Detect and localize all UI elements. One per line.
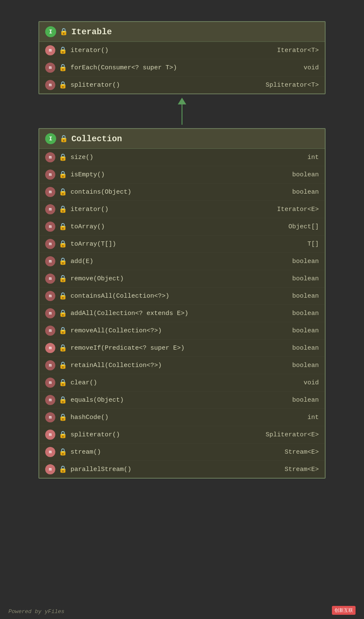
- cmethod-badge-2: m: [45, 187, 55, 197]
- cmethod-return-2: boolean: [292, 189, 319, 196]
- lock-icon-m1: 🔒: [59, 63, 67, 72]
- collection-method-removeIf: m 🔒 removeIf(Predicate<? super E>) boole…: [39, 340, 325, 357]
- cmethod-return-3: Iterator<E>: [277, 206, 319, 213]
- clock-icon-14: 🔒: [59, 396, 67, 404]
- collection-method-toArray: m 🔒 toArray() Object[]: [39, 218, 325, 236]
- cmethod-badge-14: m: [45, 395, 55, 405]
- cmethod-name-4: toArray(): [71, 223, 285, 230]
- collection-method-removeAll: m 🔒 removeAll(Collection<?>) boolean: [39, 322, 325, 340]
- cmethod-return-1: boolean: [292, 171, 319, 178]
- cmethod-badge-7: m: [45, 274, 55, 284]
- cmethod-badge-15: m: [45, 412, 55, 422]
- cmethod-name-15: hashCode(): [71, 414, 304, 421]
- cmethod-name-13: clear(): [71, 379, 300, 386]
- clock-icon-6: 🔒: [59, 257, 67, 266]
- clock-icon-17: 🔒: [59, 448, 67, 456]
- clock-icon-4: 🔒: [59, 222, 67, 231]
- cmethod-return-10: boolean: [292, 327, 319, 334]
- cmethod-name-0: size(): [71, 154, 304, 161]
- cmethod-return-7: boolean: [292, 275, 319, 282]
- cmethod-return-6: boolean: [292, 258, 319, 265]
- collection-class-box: I 🔒 Collection m 🔒 size() int m 🔒 isEmpt…: [38, 128, 326, 479]
- collection-badge: I: [45, 133, 56, 144]
- watermark-text: 创新互联: [334, 607, 353, 614]
- cmethod-name-9: addAll(Collection<? extends E>): [71, 310, 289, 317]
- collection-method-parallelStream: m 🔒 parallelStream() Stream<E>: [39, 461, 325, 478]
- cmethod-name-2: contains(Object): [71, 189, 289, 196]
- cmethod-name-17: stream(): [71, 449, 281, 456]
- collection-method-retainAll: m 🔒 retainAll(Collection<?>) boolean: [39, 357, 325, 374]
- cmethod-name-16: spliterator(): [71, 431, 262, 438]
- cmethod-badge-16: m: [45, 430, 55, 440]
- collection-header: I 🔒 Collection: [39, 129, 325, 149]
- cmethod-name-10: removeAll(Collection<?>): [71, 327, 289, 334]
- lock-icon-iterable: 🔒: [60, 27, 68, 36]
- cmethod-return-8: boolean: [292, 293, 319, 300]
- clock-icon-13: 🔒: [59, 378, 67, 387]
- clock-icon-0: 🔒: [59, 153, 67, 162]
- cmethod-badge-6: m: [45, 256, 55, 266]
- collection-method-toArrayT: m 🔒 toArray(T[]) T[]: [39, 236, 325, 253]
- method-badge-2: m: [45, 80, 55, 90]
- method-row-spliterator-iterable: m 🔒 spliterator() Spliterator<T>: [39, 77, 325, 93]
- cmethod-badge-9: m: [45, 308, 55, 318]
- cmethod-name-18: parallelStream(): [71, 466, 281, 473]
- clock-icon-5: 🔒: [59, 240, 67, 248]
- method-name-1: forEach(Consumer<? super T>): [71, 64, 300, 71]
- cmethod-name-14: equals(Object): [71, 397, 289, 404]
- collection-method-size: m 🔒 size() int: [39, 149, 325, 166]
- method-badge-0: m: [45, 45, 55, 55]
- watermark: 创新互联: [332, 606, 356, 615]
- cmethod-return-4: Object[]: [288, 223, 319, 230]
- cmethod-return-14: boolean: [292, 397, 319, 404]
- cmethod-badge-18: m: [45, 464, 55, 474]
- collection-method-containsAll: m 🔒 containsAll(Collection<?>) boolean: [39, 288, 325, 305]
- cmethod-badge-12: m: [45, 360, 55, 370]
- iterable-badge: I: [45, 26, 56, 37]
- iterable-name: Iterable: [71, 27, 112, 37]
- cmethod-badge-4: m: [45, 222, 55, 232]
- lock-icon-collection: 🔒: [60, 134, 68, 143]
- lock-icon-m0: 🔒: [59, 46, 67, 55]
- clock-icon-18: 🔒: [59, 465, 67, 474]
- cmethod-return-12: boolean: [292, 362, 319, 369]
- clock-icon-15: 🔒: [59, 413, 67, 422]
- cmethod-return-17: Stream<E>: [285, 449, 319, 456]
- clock-icon-11: 🔒: [59, 344, 67, 352]
- cmethod-badge-13: m: [45, 378, 55, 388]
- method-return-0: Iterator<T>: [277, 47, 319, 54]
- cmethod-name-12: retainAll(Collection<?>): [71, 362, 289, 369]
- method-row-foreach: m 🔒 forEach(Consumer<? super T>) void: [39, 59, 325, 77]
- clock-icon-9: 🔒: [59, 309, 67, 318]
- clock-icon-2: 🔒: [59, 188, 67, 196]
- clock-icon-1: 🔒: [59, 170, 67, 179]
- clock-icon-7: 🔒: [59, 274, 67, 283]
- arrow-line: [182, 104, 182, 125]
- clock-icon-8: 🔒: [59, 292, 67, 300]
- cmethod-badge-8: m: [45, 291, 55, 301]
- cmethod-badge-10: m: [45, 326, 55, 336]
- clock-icon-10: 🔒: [59, 326, 67, 335]
- cmethod-return-15: int: [307, 414, 319, 421]
- cmethod-badge-5: m: [45, 239, 55, 249]
- collection-method-add: m 🔒 add(E) boolean: [39, 253, 325, 270]
- collection-method-isEmpty: m 🔒 isEmpty() boolean: [39, 166, 325, 184]
- method-badge-1: m: [45, 63, 55, 73]
- cmethod-badge-17: m: [45, 447, 55, 457]
- collection-method-addAll: m 🔒 addAll(Collection<? extends E>) bool…: [39, 305, 325, 322]
- collection-method-clear: m 🔒 clear() void: [39, 374, 325, 392]
- collection-method-stream: m 🔒 stream() Stream<E>: [39, 444, 325, 461]
- cmethod-return-9: boolean: [292, 310, 319, 317]
- collection-method-remove: m 🔒 remove(Object) boolean: [39, 270, 325, 288]
- lock-icon-m2: 🔒: [59, 81, 67, 89]
- cmethod-name-3: iterator(): [71, 206, 274, 213]
- cmethod-return-11: boolean: [292, 345, 319, 352]
- cmethod-name-8: containsAll(Collection<?>): [71, 293, 289, 300]
- cmethod-badge-11: m: [45, 343, 55, 353]
- iterable-class-box: I 🔒 Iterable m 🔒 iterator() Iterator<T> …: [38, 21, 326, 94]
- cmethod-name-7: remove(Object): [71, 275, 289, 282]
- cmethod-name-5: toArray(T[]): [71, 241, 304, 248]
- footer-text: Powered by yFiles: [8, 608, 65, 615]
- collection-method-spliterator: m 🔒 spliterator() Spliterator<E>: [39, 426, 325, 444]
- clock-icon-12: 🔒: [59, 361, 67, 370]
